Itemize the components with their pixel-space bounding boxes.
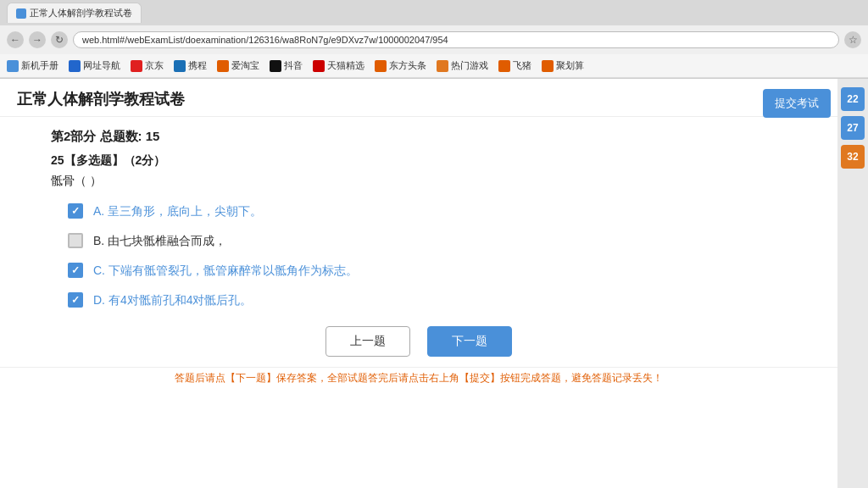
option-d-text: D. 有4对骶前孔和4对骶后孔。: [93, 291, 252, 309]
bookmark-xiecheng[interactable]: 携程: [174, 59, 207, 72]
checkbox-d[interactable]: [68, 292, 83, 308]
bookmark-feizhu[interactable]: 飞猪: [498, 59, 531, 72]
question-score: （2分）: [124, 153, 166, 167]
page-title: 正常人体解剖学教程试卷: [17, 91, 185, 108]
panel-num-22[interactable]: 22: [841, 87, 865, 111]
option-c[interactable]: C. 下端有骶管裂孔，骶管麻醉常以骶角作为标志。: [68, 262, 821, 280]
bookmark-icon-7: [313, 60, 325, 72]
bookmark-icon-11: [542, 60, 554, 72]
active-tab[interactable]: 正常人体解剖学教程试卷: [7, 3, 142, 23]
bookmark-label-8: 东方头条: [389, 59, 426, 72]
back-button[interactable]: ←: [7, 31, 24, 48]
tab-bar: 正常人体解剖学教程试卷: [0, 0, 868, 25]
bookmark-xingjishouce[interactable]: 新机手册: [7, 59, 58, 72]
bookmark-aitaobao[interactable]: 爱淘宝: [217, 59, 259, 72]
page-title-bar: 正常人体解剖学教程试卷 提交考试: [0, 79, 837, 117]
option-b-text: B. 由七块骶椎融合而成，: [93, 232, 226, 250]
option-b-letter: B.: [93, 234, 108, 247]
bookmark-juhuasuan[interactable]: 聚划算: [542, 59, 584, 72]
footer-hint: 答题后请点【下一题】保存答案，全部试题答完后请点击右上角【提交】按钮完成答题，避…: [0, 367, 837, 389]
section-header: 第2部分 总题数: 15: [0, 117, 837, 153]
page-wrapper: 正常人体解剖学教程试卷 提交考试 第2部分 总题数: 15 25【多选题】（2分…: [0, 79, 868, 488]
checkbox-b[interactable]: [68, 233, 83, 248]
panel-num-32[interactable]: 32: [841, 145, 865, 169]
bookmark-label-3: 京东: [145, 59, 164, 72]
bookmark-label-4: 携程: [188, 59, 207, 72]
bookmark-label-5: 爱淘宝: [231, 59, 259, 72]
option-a-text: A. 呈三角形，底向上，尖朝下。: [93, 202, 262, 220]
option-b[interactable]: B. 由七块骶椎融合而成，: [68, 232, 821, 250]
bookmark-icon-4: [174, 60, 186, 72]
bookmark-wangzhi[interactable]: 网址导航: [69, 59, 120, 72]
bookmark-label-10: 飞猪: [513, 59, 531, 72]
question-type: 【多选题】: [64, 153, 124, 167]
bookmark-icon-10: [498, 60, 510, 72]
bookmark-icon-2: [69, 60, 81, 72]
bookmark-icon-1: [7, 60, 19, 72]
bookmark-icon-3: [131, 60, 142, 72]
bookmark-button[interactable]: ☆: [844, 31, 861, 48]
option-a-letter: A.: [93, 204, 108, 218]
bookmark-label-11: 聚划算: [556, 59, 584, 72]
bookmark-label-7: 天猫精选: [327, 59, 364, 72]
bookmark-dongfang[interactable]: 东方头条: [375, 59, 426, 72]
options-list: A. 呈三角形，底向上，尖朝下。 B. 由七块骶椎融合而成， C. 下端有骶管裂…: [68, 202, 821, 309]
bookmark-jd[interactable]: 京东: [131, 59, 164, 72]
bookmark-label-1: 新机手册: [21, 59, 58, 72]
bookmark-douyin[interactable]: 抖音: [270, 59, 303, 72]
prev-button[interactable]: 上一题: [326, 326, 410, 357]
bookmark-label-9: 热门游戏: [451, 59, 488, 72]
question-number: 25: [51, 153, 64, 167]
checkbox-c[interactable]: [68, 263, 83, 278]
main-content: 正常人体解剖学教程试卷 提交考试 第2部分 总题数: 15 25【多选题】（2分…: [0, 79, 837, 488]
submit-exam-button[interactable]: 提交考试: [763, 89, 831, 118]
bookmark-remen[interactable]: 热门游戏: [437, 59, 488, 72]
address-input[interactable]: web.html#/webExamList/doexamination/1263…: [73, 31, 839, 48]
option-d[interactable]: D. 有4对骶前孔和4对骶后孔。: [68, 291, 821, 309]
bookmark-icon-9: [437, 60, 448, 72]
option-c-text: C. 下端有骶管裂孔，骶管麻醉常以骶角作为标志。: [93, 262, 358, 280]
address-bar-row: ← → ↻ web.html#/webExamList/doexaminatio…: [0, 25, 868, 54]
checkbox-a[interactable]: [68, 203, 83, 219]
option-c-letter: C.: [93, 263, 108, 277]
forward-button[interactable]: →: [29, 31, 46, 48]
question-label: 25【多选题】（2分）: [51, 153, 821, 169]
nav-buttons: 上一题 下一题: [0, 309, 837, 367]
bookmarks-bar: 新机手册 网址导航 京东 携程 爱淘宝 抖音 天猫精选 东方头条: [0, 54, 868, 78]
tab-favicon: [16, 8, 26, 19]
bookmark-label-2: 网址导航: [83, 59, 120, 72]
bookmark-icon-5: [217, 60, 229, 72]
option-d-letter: D.: [93, 293, 108, 307]
question-area: 25【多选题】（2分） 骶骨（ ） A. 呈三角形，底向上，尖朝下。 B. 由七…: [0, 153, 837, 309]
browser-chrome: 正常人体解剖学教程试卷 ← → ↻ web.html#/webExamList/…: [0, 0, 868, 79]
bookmark-icon-6: [270, 60, 281, 72]
option-a[interactable]: A. 呈三角形，底向上，尖朝下。: [68, 202, 821, 220]
bookmark-tianmao[interactable]: 天猫精选: [313, 59, 364, 72]
refresh-button[interactable]: ↻: [51, 31, 68, 48]
tab-label: 正常人体解剖学教程试卷: [30, 7, 132, 19]
question-stem: 骶骨（ ）: [51, 174, 821, 189]
bookmark-label-6: 抖音: [284, 59, 303, 72]
next-button[interactable]: 下一题: [427, 326, 512, 357]
right-panel: 22 27 32: [837, 79, 868, 488]
panel-num-27[interactable]: 27: [841, 116, 865, 140]
bookmark-icon-8: [375, 60, 387, 72]
